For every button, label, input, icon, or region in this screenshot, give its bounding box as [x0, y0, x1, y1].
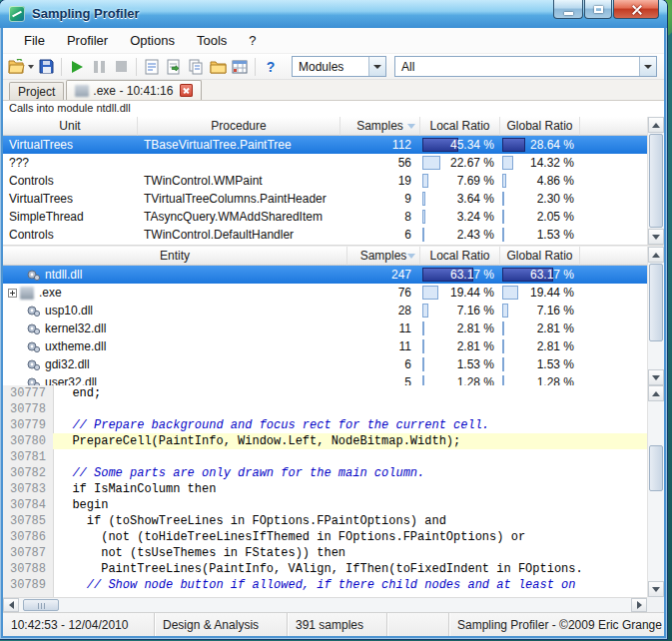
scroll-right-button[interactable]	[631, 598, 647, 612]
table-view-button[interactable]	[229, 56, 251, 78]
line-number: 30787	[3, 545, 53, 561]
entity-table: Entity Samples Local Ratio Global Ratio …	[3, 247, 664, 385]
sort-desc-icon	[407, 254, 415, 259]
code-text: // Show node button if allowed, if there…	[53, 577, 647, 593]
cell-local-ratio: 3.24 %	[420, 208, 500, 226]
horizontal-scrollbar[interactable]	[3, 597, 647, 612]
scroll-down-button[interactable]	[648, 229, 664, 245]
scrollbar-thumb[interactable]	[23, 599, 59, 611]
maximize-button[interactable]	[584, 0, 612, 19]
ratio-bar	[422, 228, 424, 242]
column-header-unit[interactable]: Unit	[3, 117, 138, 136]
save-button[interactable]	[35, 56, 57, 78]
export-button[interactable]	[163, 56, 185, 78]
table-row[interactable]: ntdll.dll 247 63.17 % 63.17 %	[3, 266, 647, 284]
scrollbar-thumb[interactable]	[649, 134, 663, 228]
cell-samples: 112	[340, 136, 420, 154]
calls-caption: Calls into module ntdll.dll	[3, 101, 664, 117]
table-row[interactable]: kernel32.dll 11 2.81 % 2.81 %	[3, 320, 647, 337]
scroll-left-button[interactable]	[3, 598, 19, 612]
cell-global-ratio: 4.86 %	[500, 172, 580, 190]
open-file-button[interactable]	[7, 56, 35, 78]
ratio-bar	[502, 286, 518, 300]
filter-combobox[interactable]: All	[394, 56, 657, 77]
expand-plus-icon[interactable]	[8, 289, 17, 298]
table-row[interactable]: uxtheme.dll 11 2.81 % 2.81 %	[3, 337, 647, 355]
table-row[interactable]: ??? 56 22.67 % 14.32 %	[3, 154, 647, 172]
table-row[interactable]: VirtualTrees TBaseVirtualTree.PaintTree …	[3, 136, 647, 154]
vertical-scrollbar[interactable]	[647, 117, 664, 245]
scrollbar-thumb[interactable]	[649, 264, 663, 341]
minimize-button[interactable]	[553, 0, 583, 19]
toolbar: ? Modules All	[3, 54, 664, 80]
cell-local-ratio: 63.17 %	[420, 266, 500, 284]
open-folder-button[interactable]	[207, 56, 229, 78]
column-header-procedure[interactable]: Procedure	[138, 117, 340, 136]
line-number: 30783	[3, 481, 53, 497]
stop-button[interactable]	[110, 56, 132, 78]
arrow-right-icon	[637, 601, 642, 609]
ratio-bar	[502, 210, 504, 224]
arrow-down-icon	[652, 375, 660, 380]
menu-tools[interactable]: Tools	[186, 29, 238, 52]
code-text: PrepareCell(PaintInfo, Window.Left, Node…	[53, 433, 647, 449]
table-row[interactable]: Controls TWinControl.DefaultHandler 6 2.…	[3, 226, 647, 244]
ratio-text: 19.44 %	[530, 284, 574, 302]
code-text: if (toShowTreeLines in FOptions.FPaintOp…	[53, 513, 647, 529]
menu-options[interactable]: Options	[119, 29, 186, 52]
start-profiling-button[interactable]	[66, 56, 88, 78]
table-row[interactable]: Controls TWinControl.WMPaint 19 7.69 % 4…	[3, 172, 647, 190]
chevron-down-icon[interactable]	[368, 57, 385, 76]
help-button[interactable]: ?	[260, 56, 282, 78]
arrow-up-icon	[652, 253, 660, 258]
report-button[interactable]	[141, 56, 163, 78]
code-line-highlighted: 30780 PrepareCell(PaintInfo, Window.Left…	[3, 433, 647, 449]
column-header-entity[interactable]: Entity	[3, 247, 347, 266]
ratio-bar	[502, 138, 525, 152]
chevron-down-icon[interactable]	[639, 57, 656, 76]
scroll-down-button[interactable]	[648, 581, 664, 597]
close-button[interactable]	[613, 0, 659, 19]
table-row[interactable]: .exe 76 19.44 % 19.44 %	[3, 284, 647, 302]
column-header-filler	[580, 247, 647, 266]
table-row[interactable]: SimpleThread TAsyncQuery.WMAddSharedItem…	[3, 208, 647, 226]
scroll-up-button[interactable]	[648, 247, 664, 263]
scroll-up-button[interactable]	[648, 117, 664, 133]
column-header-local-ratio[interactable]: Local Ratio	[420, 117, 500, 136]
menu-profiler[interactable]: Profiler	[56, 29, 119, 52]
tab-session[interactable]: .exe - 10:41:16	[66, 80, 202, 100]
tab-project[interactable]: Project	[9, 82, 64, 100]
menu-file[interactable]: File	[13, 29, 56, 52]
ratio-bar	[422, 304, 428, 318]
vertical-scrollbar[interactable]	[647, 385, 664, 597]
scrollbar-thumb[interactable]	[649, 445, 663, 491]
column-header-global-ratio[interactable]: Global Ratio	[500, 247, 580, 266]
cell-filler	[580, 284, 647, 302]
column-header-local-ratio[interactable]: Local Ratio	[420, 247, 500, 266]
cell-global-ratio: 2.30 %	[500, 190, 580, 208]
table-row[interactable]: user32.dll 5 1.28 % 1.28 %	[3, 373, 647, 385]
cell-unit: ???	[3, 154, 138, 172]
menu-help[interactable]: ?	[238, 29, 267, 52]
tab-close-button[interactable]	[180, 84, 193, 97]
ratio-text: 2.30 %	[537, 190, 574, 208]
pause-button[interactable]	[88, 56, 110, 78]
modules-combobox[interactable]: Modules	[292, 56, 386, 77]
vertical-scrollbar[interactable]	[647, 247, 664, 385]
cell-filler	[580, 208, 647, 226]
play-icon	[72, 61, 83, 73]
table-row[interactable]: gdi32.dll 6 1.53 % 1.53 %	[3, 355, 647, 373]
column-header-global-ratio[interactable]: Global Ratio	[500, 117, 580, 136]
copy-button[interactable]	[185, 56, 207, 78]
table-row[interactable]: VirtualTrees TVirtualTreeColumns.PaintHe…	[3, 190, 647, 208]
title-bar[interactable]: Sampling Profiler	[0, 0, 667, 28]
window-controls	[552, 0, 659, 19]
cell-global-ratio: 1.28 %	[500, 373, 580, 385]
chevron-down-icon[interactable]	[28, 65, 34, 69]
table-row[interactable]: usp10.dll 28 7.16 % 7.16 %	[3, 302, 647, 320]
scroll-down-button[interactable]	[648, 369, 664, 385]
scroll-up-button[interactable]	[648, 385, 664, 401]
column-header-samples[interactable]: Samples	[340, 117, 420, 136]
column-header-samples[interactable]: Samples	[347, 247, 420, 266]
line-number: 30782	[3, 465, 53, 481]
